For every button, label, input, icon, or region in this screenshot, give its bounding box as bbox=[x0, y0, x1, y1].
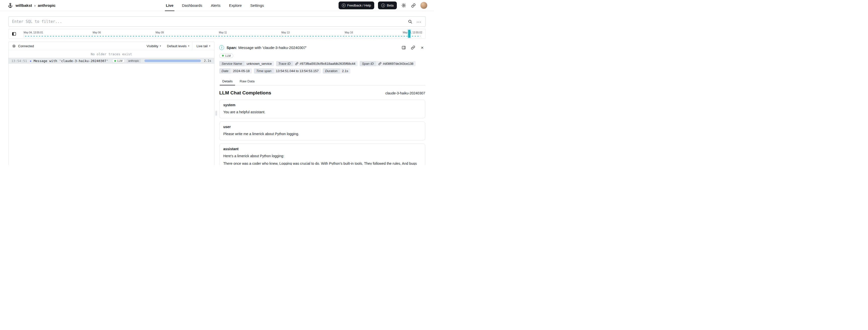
visibility-dropdown[interactable]: Visibility ▾ bbox=[144, 42, 164, 50]
feedback-help-button[interactable]: ? Feedback / Help bbox=[339, 1, 374, 9]
span-diamond-icon: ◆ bbox=[30, 60, 31, 62]
app-root: willbakst › anthropic Live Dashboards Al… bbox=[0, 0, 434, 165]
timeline-tick: May 09 bbox=[155, 31, 164, 34]
llm-type-badge: LLM bbox=[112, 59, 125, 63]
llm-type-badge: LLM bbox=[219, 54, 233, 58]
timeline-tick: May 04, 13:55:01 bbox=[24, 31, 43, 34]
timeline-tick: May 13 bbox=[281, 31, 289, 34]
section-title: LLM Chat Completions bbox=[219, 90, 271, 96]
expand-panel-icon[interactable] bbox=[401, 44, 407, 51]
timeline-dashed-line bbox=[25, 36, 421, 36]
sql-filter-input[interactable] bbox=[12, 19, 404, 24]
llm-badge-label: LLM bbox=[117, 59, 122, 62]
span-id-link-icon bbox=[378, 62, 381, 65]
trace-title: Message with 'claude-3-haiku-20240307' bbox=[34, 59, 108, 63]
span-detail-tabs: Details Raw Data bbox=[219, 78, 425, 85]
date-chip: Date 2024-05-18 bbox=[219, 68, 252, 73]
breadcrumb-org[interactable]: willbakst bbox=[16, 3, 32, 8]
trace-id-value: #973fba5919cf9c618aafdb2635f68c44 bbox=[300, 62, 355, 65]
main-content: Connected Visibility ▾ Default levels ▾ … bbox=[8, 42, 426, 165]
span-id-chip[interactable]: Span ID #d08697de343ce138 bbox=[360, 61, 416, 66]
help-circle-icon: ? bbox=[342, 3, 346, 7]
span-header: i Span:Message with 'claude-3-haiku-2024… bbox=[219, 44, 425, 51]
timeline-tick: May 16 bbox=[345, 31, 353, 34]
timeline-tick: May 06 bbox=[93, 31, 101, 34]
span-badge-row: LLM bbox=[219, 53, 425, 58]
beta-label: Beta bbox=[387, 3, 394, 7]
span-info-icon: i bbox=[219, 45, 224, 50]
default-levels-label: Default levels bbox=[167, 44, 187, 48]
green-dot-icon bbox=[114, 60, 116, 62]
message-content: There once was a coder who knew, Logging… bbox=[223, 161, 421, 165]
nav-tab-live[interactable]: Live bbox=[162, 0, 177, 11]
tab-details[interactable]: Details bbox=[219, 78, 236, 85]
chip-value: 2.1s bbox=[340, 68, 351, 73]
timeline-tick: May 18, 13:55:02 bbox=[403, 31, 422, 34]
breadcrumb-project[interactable]: anthropic bbox=[38, 3, 56, 8]
navbar-right: ? Feedback / Help i Beta bbox=[339, 1, 428, 9]
llm-section-header: LLM Chat Completions claude-3-haiku-2024… bbox=[219, 90, 425, 96]
default-levels-dropdown[interactable]: Default levels ▾ bbox=[164, 42, 192, 50]
timeline-track[interactable]: May 04, 13:55:01 May 06 May 09 May 11 Ma… bbox=[20, 29, 423, 38]
duration-bar bbox=[145, 60, 201, 62]
trace-row[interactable]: 13:54:51 ◆ Message with 'claude-3-haiku-… bbox=[8, 58, 214, 64]
breadcrumb-chevron-icon: › bbox=[34, 3, 35, 7]
copy-link-icon[interactable] bbox=[410, 44, 416, 51]
panel-divider bbox=[215, 42, 218, 165]
traces-panel: Connected Visibility ▾ Default levels ▾ … bbox=[8, 42, 215, 165]
trace-timestamp: 13:54:51 bbox=[11, 59, 27, 63]
span-title: Span:Message with 'claude-3-haiku-202403… bbox=[226, 46, 306, 50]
more-options-icon[interactable]: ... bbox=[416, 19, 422, 25]
message-card-system: system You are a helpful assistant. bbox=[219, 100, 425, 119]
app-logo-icon[interactable] bbox=[7, 3, 13, 8]
chip-label: Time span bbox=[254, 68, 274, 73]
chip-value: 2024-05-18 bbox=[230, 68, 252, 73]
connection-status: Connected bbox=[18, 44, 34, 48]
llm-badge-label: LLM bbox=[225, 54, 230, 57]
navbar-left: willbakst › anthropic bbox=[7, 3, 56, 8]
chat-messages: system You are a helpful assistant. user… bbox=[219, 96, 425, 165]
message-role: assistant bbox=[223, 147, 421, 151]
message-content: Here's a limerick about Python logging: bbox=[223, 154, 421, 159]
breadcrumb: willbakst › anthropic bbox=[16, 3, 56, 8]
chip-label: Service Name bbox=[219, 61, 244, 66]
trace-id-chip[interactable]: Trace ID #973fba5919cf9c618aafdb2635f68c… bbox=[276, 61, 358, 66]
search-icon[interactable] bbox=[407, 19, 413, 25]
time-span-chip: Time span 13:54:51.044 to 13:54:53.157 bbox=[254, 68, 321, 73]
duration-chip: Duration 2.1s bbox=[323, 68, 350, 73]
nav-tab-settings[interactable]: Settings bbox=[247, 0, 268, 11]
message-card-assistant: assistant Here's a limerick about Python… bbox=[219, 144, 425, 165]
traces-controls: Visibility ▾ Default levels ▾ Live tail … bbox=[144, 42, 214, 50]
close-icon[interactable]: × bbox=[419, 44, 425, 51]
nav-tab-alerts[interactable]: Alerts bbox=[207, 0, 224, 11]
top-navbar: willbakst › anthropic Live Dashboards Al… bbox=[0, 0, 434, 11]
panel-toggle-icon[interactable] bbox=[11, 31, 17, 37]
span-properties-row-1: Service Name unknown_service Trace ID #9… bbox=[219, 61, 425, 66]
span-details-panel: i Span:Message with 'claude-3-haiku-2024… bbox=[218, 42, 426, 165]
traces-list: No older traces exist 13:54:51 ◆ Message… bbox=[8, 50, 214, 64]
nav-tab-explore[interactable]: Explore bbox=[225, 0, 245, 11]
chip-label: Duration bbox=[323, 68, 340, 73]
provider-badge: anthropic bbox=[127, 59, 141, 63]
message-role: system bbox=[223, 103, 421, 107]
message-role: user bbox=[223, 125, 421, 129]
main-nav: Live Dashboards Alerts Explore Settings bbox=[162, 0, 267, 11]
sparkle-icon[interactable] bbox=[401, 2, 407, 8]
tab-raw-data[interactable]: Raw Data bbox=[237, 78, 257, 85]
avatar[interactable] bbox=[420, 2, 428, 9]
live-tail-dropdown[interactable]: Live tail ▾ bbox=[192, 42, 214, 50]
chip-label: Span ID bbox=[360, 61, 376, 66]
span-properties-row-2: Date 2024-05-18 Time span 13:54:51.044 t… bbox=[219, 68, 425, 73]
nav-tab-dashboards[interactable]: Dashboards bbox=[178, 0, 206, 11]
span-actions: × bbox=[401, 44, 425, 51]
info-circle-icon: i bbox=[381, 3, 385, 7]
gear-icon[interactable] bbox=[11, 44, 16, 48]
span-title-text: Message with 'claude-3-haiku-20240307' bbox=[238, 46, 307, 50]
share-link-icon[interactable] bbox=[410, 2, 416, 8]
beta-button[interactable]: i Beta bbox=[378, 1, 397, 9]
sql-filter-bar: ... bbox=[8, 16, 426, 27]
trace-id-link-icon bbox=[295, 62, 299, 65]
resize-drag-handle[interactable] bbox=[215, 111, 217, 116]
model-name: claude-3-haiku-20240307 bbox=[385, 91, 425, 95]
timeline-selection-highlight[interactable] bbox=[408, 30, 410, 38]
